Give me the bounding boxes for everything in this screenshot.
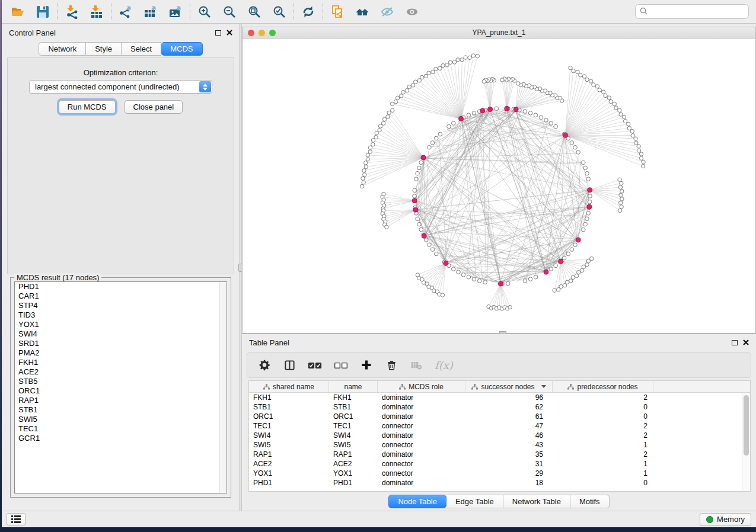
mcds-result-item[interactable]: SWI5	[15, 415, 227, 424]
first-neighbors-button[interactable]	[353, 3, 371, 21]
export-table-button[interactable]	[142, 3, 160, 21]
cell-successor_nodes: 61	[465, 412, 553, 421]
scrollbar-thumb[interactable]	[744, 395, 749, 456]
cell-name: SWI5	[329, 440, 378, 450]
open-file-button[interactable]	[9, 3, 27, 21]
table-tab-network-table[interactable]: Network Table	[503, 495, 570, 508]
import-table-icon	[90, 5, 104, 19]
tab-mcds[interactable]: MCDS	[161, 42, 202, 56]
mcds-result-item[interactable]: STB5	[15, 377, 227, 386]
show-panels-button[interactable]	[7, 513, 25, 525]
search-box[interactable]	[635, 4, 749, 19]
run-mcds-button[interactable]: Run MCDS	[59, 100, 116, 114]
column-header-name[interactable]: name	[329, 381, 378, 392]
mcds-result-item[interactable]: CAR1	[15, 291, 227, 301]
table-row[interactable]: FKH1FKH1dominator962	[249, 393, 742, 402]
zoom-fit-icon	[247, 5, 261, 19]
float-table-panel-icon[interactable]	[732, 340, 738, 345]
memory-button-label: Memory	[717, 515, 745, 524]
mcds-result-item[interactable]: TEC1	[15, 424, 227, 434]
table-toolbar: f(x)	[247, 352, 751, 378]
tab-network[interactable]: Network	[39, 42, 86, 56]
mcds-result-item[interactable]: STB1	[15, 405, 227, 415]
column-header-MCDS-role[interactable]: MCDS role	[378, 381, 465, 392]
search-icon	[640, 7, 647, 17]
column-label: MCDS role	[409, 383, 444, 391]
mcds-result-item[interactable]: ORC1	[15, 386, 227, 396]
network-graph[interactable]	[243, 39, 756, 333]
mcds-result-item[interactable]: GCR1	[15, 434, 227, 443]
table-row[interactable]: STB1STB1dominator620	[249, 402, 742, 412]
close-panel-button[interactable]: Close panel	[125, 100, 183, 114]
table-row[interactable]: ORC1ORC1dominator610	[249, 412, 742, 421]
column-header-shared-name[interactable]: shared name	[249, 381, 329, 392]
table-tab-motifs[interactable]: Motifs	[570, 495, 610, 508]
export-image-button[interactable]	[167, 3, 184, 21]
network-view-window: YPA_prune.txt_1	[242, 27, 756, 334]
close-table-panel-icon[interactable]	[743, 339, 749, 345]
tab-select[interactable]: Select	[122, 42, 161, 56]
add-column-button[interactable]	[360, 358, 373, 372]
table-row[interactable]: ACE2ACE2connector311	[249, 459, 742, 469]
table-panel-header: Table Panel	[242, 334, 756, 351]
column-label: predecessor nodes	[577, 383, 637, 391]
export-network-button[interactable]	[117, 3, 135, 21]
node-table-scrollbar[interactable]	[742, 393, 750, 491]
gear-button[interactable]	[258, 358, 271, 372]
delete-column-button[interactable]	[385, 358, 398, 372]
table-panel: Table Panel f(x) shared namenameMCDS rol…	[242, 334, 756, 511]
table-row[interactable]: YOX1YOX1connector291	[249, 469, 742, 478]
column-header-predecessor-nodes[interactable]: predecessor nodes	[553, 381, 653, 392]
memory-button[interactable]: Memory	[700, 513, 751, 526]
select-all-button[interactable]	[308, 358, 322, 372]
mcds-result-item[interactable]: ACE2	[15, 367, 227, 377]
table-row[interactable]: SWI4SWI4dominator462	[249, 431, 742, 440]
cell-shared_name: PHD1	[249, 478, 329, 488]
column-header-successor-nodes[interactable]: successor nodes	[465, 381, 553, 392]
table-row[interactable]: SWI5SWI5connector431	[249, 440, 742, 450]
table-row[interactable]: RAP1RAP1dominator352	[249, 450, 742, 459]
mcds-result-item[interactable]: PMA2	[15, 348, 227, 358]
mcds-result-group-title: MCDS result (17 nodes)	[14, 273, 101, 282]
cell-successor_nodes: 31	[465, 459, 553, 469]
table-row[interactable]: TEC1TEC1connector472	[249, 421, 742, 431]
mcds-result-item[interactable]: YOX1	[15, 320, 227, 329]
mcds-result-item[interactable]: RAP1	[15, 396, 227, 405]
float-panel-icon[interactable]	[215, 30, 221, 36]
show-all-button[interactable]	[403, 3, 421, 21]
mcds-result-item[interactable]: SWI4	[15, 329, 227, 339]
table-tab-node-table[interactable]: Node Table	[388, 495, 446, 508]
show-columns-button[interactable]	[283, 358, 296, 372]
cell-predecessor_nodes: 2	[553, 393, 653, 402]
mcds-result-item[interactable]: FKH1	[15, 358, 227, 367]
refresh-view-button[interactable]	[299, 3, 317, 21]
import-table-button[interactable]	[88, 3, 106, 21]
optimization-criterion-dropdown[interactable]: largest connected component (undirected)	[29, 80, 212, 94]
deselect-all-button[interactable]	[334, 358, 348, 372]
hierarchy-icon	[567, 384, 574, 390]
zoom-out-button[interactable]	[221, 3, 238, 21]
network-canvas[interactable]	[243, 39, 755, 333]
zoom-in-button[interactable]	[196, 3, 213, 21]
close-panel-icon[interactable]	[227, 30, 232, 36]
column-header-filler	[653, 381, 750, 392]
save-session-button[interactable]	[34, 3, 52, 21]
mcds-result-item[interactable]: SRD1	[15, 339, 227, 348]
zoom-fit-button[interactable]	[245, 3, 263, 21]
table-tab-edge-table[interactable]: Edge Table	[446, 495, 503, 508]
tab-style[interactable]: Style	[86, 42, 122, 56]
network-window-titlebar[interactable]: YPA_prune.txt_1	[243, 27, 755, 39]
cell-predecessor_nodes: 0	[553, 402, 653, 412]
hide-selected-button[interactable]	[378, 3, 396, 21]
search-input[interactable]	[650, 7, 744, 17]
mcds-list-scrollbar[interactable]	[219, 282, 227, 493]
mcds-result-item[interactable]: STP4	[15, 301, 227, 310]
cell-successor_nodes: 47	[465, 421, 553, 431]
table-row[interactable]: PHD1PHD1dominator180	[249, 478, 742, 488]
import-network-button[interactable]	[63, 3, 81, 21]
mcds-result-item[interactable]: PHD1	[15, 282, 227, 291]
mcds-result-item[interactable]: TID3	[15, 310, 227, 320]
zoom-selected-button[interactable]	[270, 3, 288, 21]
clone-network-button[interactable]	[328, 3, 346, 21]
mcds-result-list[interactable]: PHD1CAR1STP4TID3YOX1SWI4SRD1PMA2FKH1ACE2…	[14, 281, 227, 493]
